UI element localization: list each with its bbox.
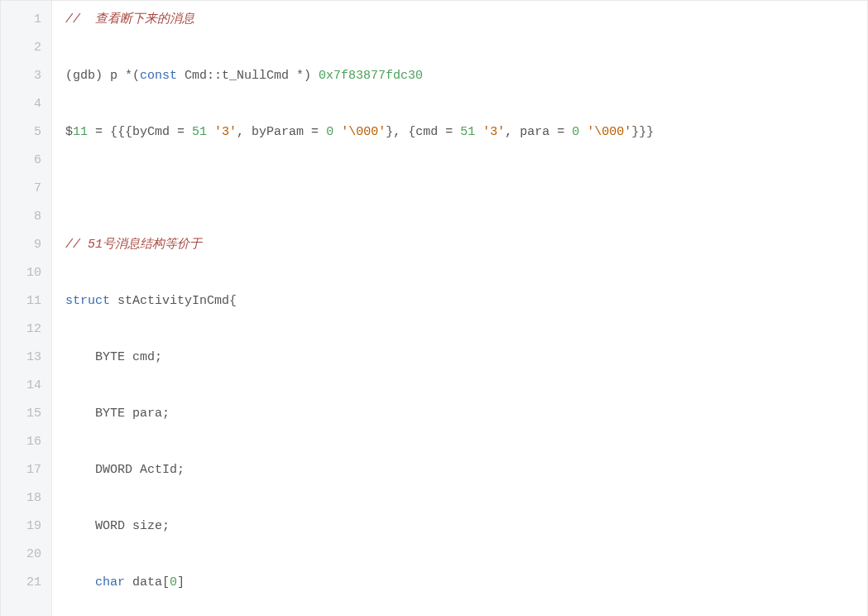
code-comment: // 查看断下来的消息 xyxy=(65,12,194,26)
line-number: 8 xyxy=(1,203,41,231)
line-number: 6 xyxy=(1,147,41,175)
line-number: 17 xyxy=(1,456,41,484)
code-content: // 查看断下来的消息 (gdb) p *(const Cmd::t_NullC… xyxy=(65,6,867,616)
line-number: 2 xyxy=(1,34,41,62)
line-number: 12 xyxy=(1,315,41,344)
line-number: 18 xyxy=(1,484,41,513)
line-number: 3 xyxy=(1,62,41,90)
line-number: 11 xyxy=(1,287,41,315)
line-number: 5 xyxy=(1,118,41,147)
line-number: 15 xyxy=(1,400,41,428)
line-number: 13 xyxy=(1,344,41,372)
line-number: 7 xyxy=(1,175,41,203)
line-number: 9 xyxy=(1,231,41,259)
line-number: 4 xyxy=(1,90,41,118)
code-block: 1 2 3 4 5 6 7 8 9 10 11 12 13 14 15 16 1… xyxy=(0,0,868,616)
line-number: 14 xyxy=(1,372,41,400)
code-area[interactable]: // 查看断下来的消息 (gdb) p *(const Cmd::t_NullC… xyxy=(52,1,867,616)
line-number: 19 xyxy=(1,513,41,541)
line-number: 16 xyxy=(1,428,41,456)
line-number: 20 xyxy=(1,541,41,569)
line-number: 1 xyxy=(1,6,41,34)
line-number: 10 xyxy=(1,259,41,287)
line-number-gutter: 1 2 3 4 5 6 7 8 9 10 11 12 13 14 15 16 1… xyxy=(1,1,52,616)
code-comment: // 51号消息结构等价于 xyxy=(65,238,202,252)
line-number: 21 xyxy=(1,569,41,597)
